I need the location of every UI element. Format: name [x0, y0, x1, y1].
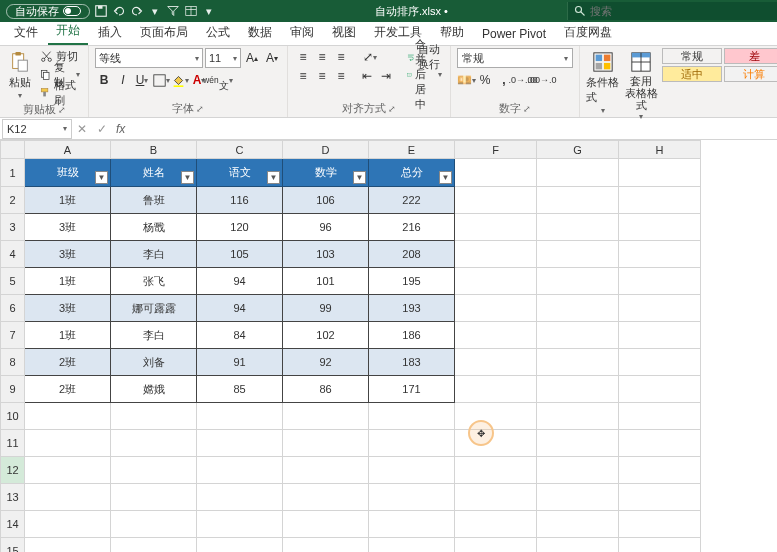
cell-D7[interactable]: 102	[283, 322, 369, 349]
cell-F6[interactable]	[455, 295, 537, 322]
cell-B13[interactable]	[111, 484, 197, 511]
align-top-icon[interactable]: ≡	[294, 48, 312, 66]
cell-H4[interactable]	[619, 241, 701, 268]
cell-D2[interactable]: 106	[283, 187, 369, 214]
cell-G2[interactable]	[537, 187, 619, 214]
row-header-11[interactable]: 11	[1, 430, 25, 457]
autosave-toggle[interactable]: 自动保存	[6, 4, 90, 19]
tab-开始[interactable]: 开始	[48, 18, 88, 45]
tab-公式[interactable]: 公式	[198, 20, 238, 45]
cell-E4[interactable]: 208	[369, 241, 455, 268]
cell-H13[interactable]	[619, 484, 701, 511]
col-header-D[interactable]: D	[283, 141, 369, 159]
cell-C3[interactable]: 120	[197, 214, 283, 241]
cell-E9[interactable]: 171	[369, 376, 455, 403]
align-left-icon[interactable]: ≡	[294, 67, 312, 85]
fx-icon[interactable]: fx	[112, 122, 129, 136]
cell-A3[interactable]: 3班	[25, 214, 111, 241]
save-icon[interactable]	[94, 4, 108, 18]
cell-C6[interactable]: 94	[197, 295, 283, 322]
cell-A12[interactable]	[25, 457, 111, 484]
cell-G8[interactable]	[537, 349, 619, 376]
align-middle-icon[interactable]: ≡	[313, 48, 331, 66]
decrease-indent-icon[interactable]: ⇤	[358, 67, 376, 85]
filter-dropdown-icon[interactable]: ▼	[95, 171, 108, 184]
align-center-icon[interactable]: ≡	[313, 67, 331, 85]
decrease-font-icon[interactable]: A▾	[263, 49, 281, 67]
cell-B12[interactable]	[111, 457, 197, 484]
name-box[interactable]: K12▾	[2, 119, 72, 139]
cell-D13[interactable]	[283, 484, 369, 511]
cell-E10[interactable]	[369, 403, 455, 430]
cell-H10[interactable]	[619, 403, 701, 430]
row-header-14[interactable]: 14	[1, 511, 25, 538]
clipboard-launcher-icon[interactable]: ⤢	[58, 105, 66, 115]
cell-C5[interactable]: 94	[197, 268, 283, 295]
cell-B5[interactable]: 张飞	[111, 268, 197, 295]
cell-D15[interactable]	[283, 538, 369, 553]
accounting-format-icon[interactable]: 💴▾	[457, 71, 475, 89]
cell-C12[interactable]	[197, 457, 283, 484]
cell-C14[interactable]	[197, 511, 283, 538]
font-launcher-icon[interactable]: ⤢	[196, 104, 204, 114]
row-header-8[interactable]: 8	[1, 349, 25, 376]
redo-icon[interactable]	[130, 4, 144, 18]
cell-C15[interactable]	[197, 538, 283, 553]
cell-H2[interactable]	[619, 187, 701, 214]
cell-D14[interactable]	[283, 511, 369, 538]
increase-font-icon[interactable]: A▴	[243, 49, 261, 67]
cell-B11[interactable]	[111, 430, 197, 457]
cell-A8[interactable]: 2班	[25, 349, 111, 376]
cell-F4[interactable]	[455, 241, 537, 268]
cell-G10[interactable]	[537, 403, 619, 430]
cell-B14[interactable]	[111, 511, 197, 538]
cell-F9[interactable]	[455, 376, 537, 403]
cell-style-normal[interactable]: 常规	[662, 48, 722, 64]
cell-B2[interactable]: 鲁班	[111, 187, 197, 214]
cell-E15[interactable]	[369, 538, 455, 553]
cell-B7[interactable]: 李白	[111, 322, 197, 349]
cell-F14[interactable]	[455, 511, 537, 538]
cell-H11[interactable]	[619, 430, 701, 457]
cell-E6[interactable]: 193	[369, 295, 455, 322]
cell-H12[interactable]	[619, 457, 701, 484]
cell-A1[interactable]: 班级▼	[25, 159, 111, 187]
merge-center-button[interactable]: 合并后居中▾	[405, 66, 444, 83]
col-header-E[interactable]: E	[369, 141, 455, 159]
cell-H3[interactable]	[619, 214, 701, 241]
align-launcher-icon[interactable]: ⤢	[388, 104, 396, 114]
cell-H7[interactable]	[619, 322, 701, 349]
cell-A11[interactable]	[25, 430, 111, 457]
cell-C11[interactable]	[197, 430, 283, 457]
row-header-1[interactable]: 1	[1, 159, 25, 187]
cancel-formula-icon[interactable]: ✕	[72, 122, 92, 136]
cell-C13[interactable]	[197, 484, 283, 511]
cell-E7[interactable]: 186	[369, 322, 455, 349]
cell-G1[interactable]	[537, 159, 619, 187]
cell-F12[interactable]	[455, 457, 537, 484]
fill-color-button[interactable]: ▾	[171, 71, 189, 89]
cell-A5[interactable]: 1班	[25, 268, 111, 295]
cell-C7[interactable]: 84	[197, 322, 283, 349]
cell-style-calc[interactable]: 计算	[724, 66, 777, 82]
filter-dropdown-icon[interactable]: ▼	[439, 171, 452, 184]
cell-F5[interactable]	[455, 268, 537, 295]
cell-A15[interactable]	[25, 538, 111, 553]
cell-E11[interactable]	[369, 430, 455, 457]
cell-F7[interactable]	[455, 322, 537, 349]
undo-icon[interactable]	[112, 4, 126, 18]
cell-G5[interactable]	[537, 268, 619, 295]
row-header-12[interactable]: 12	[1, 457, 25, 484]
bold-button[interactable]: B	[95, 71, 113, 89]
cell-D10[interactable]	[283, 403, 369, 430]
cell-H6[interactable]	[619, 295, 701, 322]
tab-页面布局[interactable]: 页面布局	[132, 20, 196, 45]
qat-more-icon[interactable]: ▾	[202, 4, 216, 18]
align-right-icon[interactable]: ≡	[332, 67, 350, 85]
row-header-15[interactable]: 15	[1, 538, 25, 553]
tab-插入[interactable]: 插入	[90, 20, 130, 45]
italic-button[interactable]: I	[114, 71, 132, 89]
tab-视图[interactable]: 视图	[324, 20, 364, 45]
cell-F11[interactable]	[455, 430, 537, 457]
cell-D8[interactable]: 92	[283, 349, 369, 376]
